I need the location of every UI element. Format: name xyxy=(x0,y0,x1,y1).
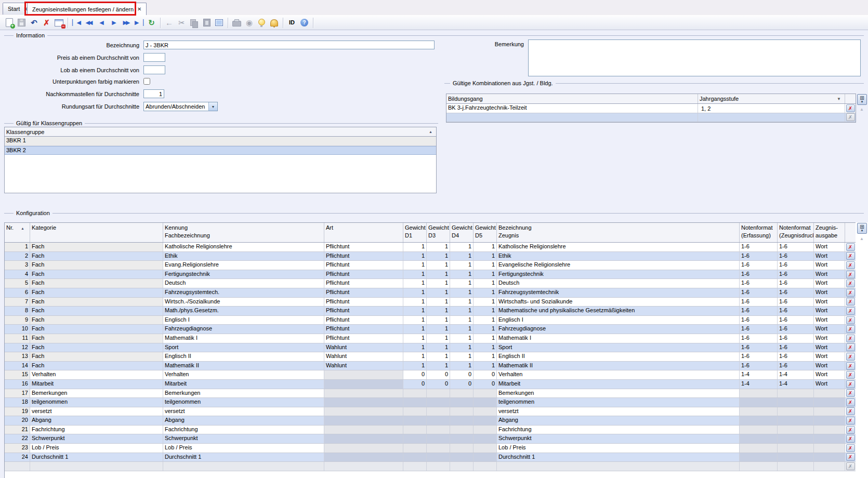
table-row[interactable]: 9 Fach Englisch I Pflichtunt 1 1 1 1 Eng… xyxy=(5,316,856,325)
table-row[interactable]: 17 Bemerkungen Bemerkungen Bemerkungen ✗ xyxy=(5,389,856,399)
new-record-button[interactable] xyxy=(3,17,15,29)
column-notenformat-zeugnisdruck[interactable]: Notenformat(Zeugnisdruck) xyxy=(778,223,814,242)
column-jahrgangsstufe[interactable]: Jahrgangsstufe▼ xyxy=(698,94,845,103)
nav-first-button[interactable]: ▏◀ xyxy=(71,17,83,29)
form-remove-button[interactable] xyxy=(53,17,65,29)
bemerkung-textarea[interactable] xyxy=(528,39,861,76)
column-kennung[interactable]: KennungFachbezeichnung xyxy=(163,223,324,242)
column-gewicht-d1[interactable]: GewichtD1 xyxy=(403,223,427,242)
delete-row-button[interactable]: ✗ xyxy=(846,307,855,315)
column-notenformat-erfassung[interactable]: Notenformat(Erfassung) xyxy=(740,223,778,242)
column-zeugnisausgabe[interactable]: Zeugnis-ausgabe xyxy=(814,223,845,242)
delete-row-button[interactable]: ✗ xyxy=(846,261,855,269)
sort-ascending-icon[interactable]: ▲ xyxy=(429,130,435,134)
help-button[interactable] xyxy=(298,17,310,29)
chevron-down-icon[interactable]: ▼ xyxy=(208,102,217,111)
delete-row-button[interactable]: ✗ xyxy=(846,353,855,361)
delete-row-button[interactable]: ✗ xyxy=(846,389,855,397)
table-row[interactable]: 21 Fachrichtung Fachrichtung Fachrichtun… xyxy=(5,426,856,435)
table-row[interactable]: 16 Mitarbeit Mitarbeit 0 0 0 0 Mitarbeit… xyxy=(5,380,856,389)
delete-button[interactable]: ✗ xyxy=(41,17,52,29)
table-row[interactable]: 24 Durchschnitt 1 Durchschnitt 1 Durchsc… xyxy=(5,453,856,462)
table-row[interactable]: 8 Fach Math./phys.Gesetzm. Pflichtunt 1 … xyxy=(5,307,856,316)
delete-row-button[interactable]: ✗ xyxy=(846,325,855,333)
table-insert-row[interactable]: ✗ xyxy=(5,462,856,471)
delete-row-button[interactable]: ✗ xyxy=(846,380,855,388)
delete-row-button[interactable]: ✗ xyxy=(846,343,855,351)
table-row[interactable]: 13 Fach Englisch II Wahlunt 1 1 1 1 Engl… xyxy=(5,352,856,362)
column-nr[interactable]: Nr.▲ xyxy=(5,223,30,242)
print-button[interactable] xyxy=(231,17,243,29)
nav-next-button[interactable]: ▶ xyxy=(108,17,120,29)
delete-row-button[interactable]: ✗ xyxy=(846,362,855,370)
back-button[interactable]: ← xyxy=(163,17,175,29)
klassengruppe-row[interactable]: 3BKR 2 xyxy=(5,146,436,155)
nav-prev-fast-button[interactable]: ◀◀ xyxy=(83,17,95,29)
table-row[interactable]: 5 Fach Deutsch Pflichtunt 1 1 1 1 Deutsc… xyxy=(5,279,856,288)
table-row[interactable]: 23 Lob / Preis Lob / Preis Lob / Preis ✗ xyxy=(5,444,856,453)
table-row[interactable]: 2 Fach Ethik Pflichtunt 1 1 1 1 Ethik 1-… xyxy=(5,252,856,261)
nav-last-button[interactable]: ▶▕ xyxy=(133,17,145,29)
hint-bulb-button[interactable] xyxy=(256,17,268,29)
paste-button[interactable] xyxy=(201,17,213,29)
delete-row-button[interactable]: ✗ xyxy=(846,399,855,406)
export-disc-button[interactable]: ◉ xyxy=(243,17,255,29)
delete-row-button[interactable]: ✗ xyxy=(846,444,855,452)
column-art[interactable]: Art xyxy=(324,223,403,242)
table-row[interactable]: 14 Fach Mathematik II Wahlunt 1 1 1 1 Ma… xyxy=(5,362,856,371)
nav-next-fast-button[interactable]: ▶▶ xyxy=(121,17,133,29)
konfiguration-scrollbar-track[interactable] xyxy=(856,222,868,478)
delete-row-button[interactable]: ✗ xyxy=(846,104,855,112)
undo-button[interactable]: ↶ xyxy=(28,17,40,29)
delete-row-button[interactable]: ✗ xyxy=(846,316,855,324)
copy-button[interactable] xyxy=(188,17,200,29)
chevron-down-icon[interactable]: ▼ xyxy=(837,95,843,103)
refresh-button[interactable]: ↻ xyxy=(146,17,157,29)
bezeichnung-input[interactable] xyxy=(143,41,435,49)
klassengruppe-row[interactable]: 3BKR 1 xyxy=(5,137,436,146)
table-row[interactable]: 7 Fach Wirtsch.-/Sozialkunde Pflichtunt … xyxy=(5,298,856,307)
delete-row-button[interactable]: ✗ xyxy=(846,435,855,443)
column-kategorie[interactable]: Kategorie xyxy=(30,223,163,242)
column-gewicht-d5[interactable]: GewichtD5 xyxy=(474,223,497,242)
preis-input[interactable] xyxy=(143,53,165,62)
table-row[interactable]: 12 Fach Sport Wahlunt 1 1 1 1 Sport 1-6 … xyxy=(5,343,856,353)
table-row[interactable]: 3 Fach Evang.Religionslehre Pflichtunt 1… xyxy=(5,261,856,270)
delete-row-button[interactable]: ✗ xyxy=(846,417,855,424)
nachkommastellen-input[interactable] xyxy=(143,89,164,98)
lob-input[interactable] xyxy=(143,65,165,74)
table-row[interactable]: 6 Fach Fahrzeugsystemtech. Pflichtunt 1 … xyxy=(5,288,856,298)
scroll-up-icon[interactable]: ▲ xyxy=(858,106,866,113)
klassengruppen-header[interactable]: Klassengruppe ▲ xyxy=(5,127,436,137)
kombination-insert-row[interactable]: ✗ xyxy=(446,113,856,123)
unterpunktungen-checkbox[interactable] xyxy=(143,78,150,85)
delete-row-button[interactable]: ✗ xyxy=(846,371,855,379)
table-row[interactable]: 15 Verhalten Verhalten 0 0 0 0 Verhalten… xyxy=(5,370,856,380)
cut-button[interactable]: ✂ xyxy=(176,17,188,29)
column-bildungsgang[interactable]: Bildungsgang xyxy=(446,94,698,103)
rundungsart-select[interactable]: Abrunden/Abschneiden ▼ xyxy=(143,102,218,111)
table-row[interactable]: 20 Abgang Abgang Abgang ✗ xyxy=(5,416,856,426)
delete-row-button[interactable]: ✗ xyxy=(846,289,855,297)
delete-row-button[interactable]: ✗ xyxy=(846,280,855,287)
table-row[interactable]: 19 versetzt versetzt versetzt ✗ xyxy=(5,407,856,417)
delete-row-button[interactable]: ✗ xyxy=(846,298,855,306)
select-region-button[interactable] xyxy=(213,17,225,29)
table-row[interactable]: 10 Fach Fahrzeugdiagnose Pflichtunt 1 1 … xyxy=(5,325,856,334)
save-button[interactable] xyxy=(16,17,28,29)
close-icon[interactable]: ✕ xyxy=(137,6,141,12)
record-id-button[interactable]: ID xyxy=(286,17,298,29)
table-row[interactable]: 11 Fach Mathematik I Pflichtunt 1 1 1 1 … xyxy=(5,334,856,343)
table-row[interactable]: 4 Fach Fertigungstechnik Pflichtunt 1 1 … xyxy=(5,270,856,280)
table-row[interactable]: 18 teilgenommen teilgenommen teilgenomme… xyxy=(5,398,856,407)
table-row[interactable]: 1 Fach Katholische Religionslehre Pflich… xyxy=(5,243,856,252)
nav-prev-button[interactable]: ◀ xyxy=(96,17,108,29)
delete-row-button[interactable]: ✗ xyxy=(846,271,855,278)
table-row[interactable]: 22 Schwerpunkt Schwerpunkt Schwerpunkt ✗ xyxy=(5,434,856,444)
konfiguration-column-chooser-button[interactable]: ⊞ ▾ xyxy=(857,223,867,234)
delete-row-button[interactable]: ✗ xyxy=(846,335,855,342)
scroll-up-icon[interactable]: ▲ xyxy=(858,235,866,243)
delete-row-button[interactable]: ✗ xyxy=(846,407,855,415)
notification-bell-button[interactable] xyxy=(268,17,280,29)
kombinationen-column-chooser-button[interactable]: ⊞ ▾ xyxy=(857,94,867,105)
